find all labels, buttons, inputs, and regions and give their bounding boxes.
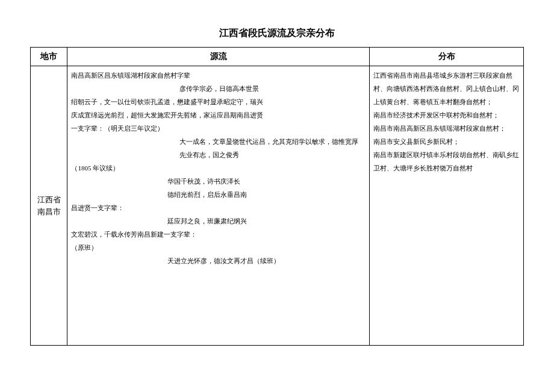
origin-line: 绍朝云子，文一以仕司钦崇孔孟道，懋建盛平时显承昭定守，瑞兴 xyxy=(71,98,263,105)
genealogy-table: 地市 源流 分布 江西省南昌市 南昌高新区昌东镇瑶湖村段家自然村字辈 彦传学宗必… xyxy=(30,47,524,346)
origin-line: （1805 年议续） xyxy=(71,164,119,172)
header-origin: 源流 xyxy=(67,48,370,66)
table-row: 江西省南昌市 南昌高新区昌东镇瑶湖村段家自然村字辈 彦传学宗必，日德高本世景 绍… xyxy=(31,66,524,346)
origin-line: 华国千秋茂，诗书庆泽长 xyxy=(71,175,366,188)
origin-line: 庆成宜绵远光前烈，超恒大发施宏开先哲绪，家运应昌期南昌进贤 xyxy=(71,111,263,119)
dist-line: 南昌市经济技术开发区中联村尧和自然村； xyxy=(373,111,499,119)
origin-line: 一支字辈：（明天启三年议定） xyxy=(71,125,164,132)
origin-line: 先业有志，国之俊秀 xyxy=(71,148,366,161)
origin-line: 文宏碧汉，千载永传芳南昌新建一支字辈： xyxy=(71,231,197,238)
dist-line: 南昌市新建区联圩镇丰乐村段胡自然村、南矶乡红卫村、大塘坪乡长胜村饶万自然村 xyxy=(373,151,519,172)
cell-distribution: 江西省南昌市南昌县塔城乡东游村三联段家自然村、向塘镇西洛村西洛自然村、冈上镇合山… xyxy=(370,66,524,346)
cell-origin: 南昌高新区昌东镇瑶湖村段家自然村字辈 彦传学宗必，日德高本世景 绍朝云子，文一以… xyxy=(67,66,370,346)
dist-line: 南昌市南昌高新区昌东镇瑶湖村段家自然村； xyxy=(373,125,506,132)
origin-line: 大一成名，文章显饶世代运昌，允其克绍学以敏求，德惟宽厚 xyxy=(71,135,366,148)
dist-line: 江西省南昌市南昌县塔城乡东游村三联段家自然村、向塘镇西洛村西洛自然村、冈上镇合山… xyxy=(373,72,519,105)
origin-line: 南昌高新区昌东镇瑶湖村段家自然村字辈 xyxy=(71,72,190,79)
dist-line: 南昌市安义县新民乡新民村； xyxy=(373,138,459,145)
header-distribution: 分布 xyxy=(370,48,524,66)
page-title: 江西省段氏源流及宗亲分布 xyxy=(0,27,554,40)
origin-line: 昌进贤一支字辈： xyxy=(71,204,124,211)
origin-line: 彦传学宗必，日德高本世景 xyxy=(71,82,366,95)
origin-line: 廷应邦之良，班廉肃纪纲兴 xyxy=(71,214,366,228)
cell-city: 江西省南昌市 xyxy=(31,66,67,346)
origin-line: 德绍光前烈，启后永垂昌南 xyxy=(71,188,366,201)
origin-line: （原班） xyxy=(71,244,98,251)
table-header-row: 地市 源流 分布 xyxy=(31,48,524,66)
origin-line: 天进立光怀彦，德汝文再才昌（续班） xyxy=(71,254,366,267)
header-city: 地市 xyxy=(31,48,67,66)
